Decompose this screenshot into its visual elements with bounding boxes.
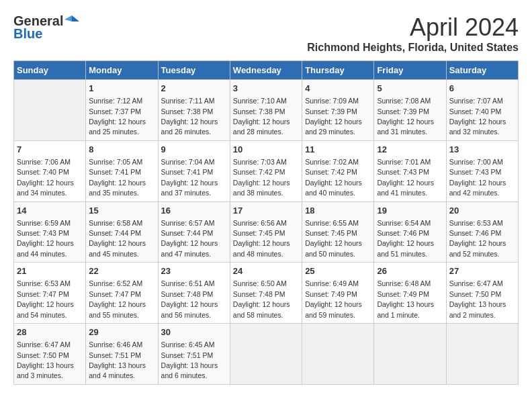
day-number: 1: [89, 83, 154, 95]
day-number: 27: [449, 265, 515, 277]
day-number: 25: [305, 265, 371, 277]
day-number: 11: [305, 144, 371, 156]
weekday-header-thursday: Thursday: [302, 61, 374, 80]
day-info: Sunrise: 7:02 AM Sunset: 7:42 PM Dayligh…: [305, 158, 362, 197]
week-row-5: 28Sunrise: 6:47 AM Sunset: 7:50 PM Dayli…: [14, 324, 519, 385]
svg-marker-1: [64, 15, 72, 21]
week-row-4: 21Sunrise: 6:53 AM Sunset: 7:47 PM Dayli…: [14, 263, 519, 324]
day-number: 13: [449, 144, 515, 156]
calendar-cell: 4Sunrise: 7:09 AM Sunset: 7:39 PM Daylig…: [302, 80, 374, 141]
day-number: 30: [161, 326, 227, 338]
calendar-cell: 2Sunrise: 7:11 AM Sunset: 7:38 PM Daylig…: [158, 80, 230, 141]
day-info: Sunrise: 6:54 AM Sunset: 7:46 PM Dayligh…: [377, 219, 434, 258]
day-info: Sunrise: 6:50 AM Sunset: 7:48 PM Dayligh…: [233, 279, 290, 318]
day-info: Sunrise: 6:53 AM Sunset: 7:46 PM Dayligh…: [449, 219, 506, 258]
day-info: Sunrise: 6:47 AM Sunset: 7:50 PM Dayligh…: [449, 279, 506, 318]
day-info: Sunrise: 7:00 AM Sunset: 7:43 PM Dayligh…: [449, 158, 506, 197]
calendar-cell: 28Sunrise: 6:47 AM Sunset: 7:50 PM Dayli…: [14, 324, 86, 385]
day-info: Sunrise: 7:12 AM Sunset: 7:37 PM Dayligh…: [89, 97, 146, 136]
weekday-header-friday: Friday: [374, 61, 446, 80]
svg-marker-0: [72, 15, 79, 21]
day-info: Sunrise: 7:09 AM Sunset: 7:39 PM Dayligh…: [305, 97, 362, 136]
day-info: Sunrise: 6:59 AM Sunset: 7:43 PM Dayligh…: [17, 219, 74, 258]
day-info: Sunrise: 7:05 AM Sunset: 7:41 PM Dayligh…: [89, 158, 146, 197]
calendar-cell: 20Sunrise: 6:53 AM Sunset: 7:46 PM Dayli…: [446, 201, 518, 263]
day-info: Sunrise: 7:07 AM Sunset: 7:40 PM Dayligh…: [449, 97, 506, 136]
day-number: 14: [17, 205, 83, 217]
day-number: 18: [305, 205, 371, 217]
day-number: 17: [233, 205, 299, 217]
day-number: 10: [233, 144, 299, 156]
day-info: Sunrise: 7:01 AM Sunset: 7:43 PM Dayligh…: [377, 158, 434, 197]
weekday-header-tuesday: Tuesday: [158, 61, 230, 80]
calendar-cell: 22Sunrise: 6:52 AM Sunset: 7:47 PM Dayli…: [86, 263, 158, 324]
day-number: 23: [161, 265, 227, 277]
week-row-2: 7Sunrise: 7:06 AM Sunset: 7:40 PM Daylig…: [14, 140, 519, 201]
calendar-cell: 8Sunrise: 7:05 AM Sunset: 7:41 PM Daylig…: [86, 140, 158, 201]
calendar-cell: 5Sunrise: 7:08 AM Sunset: 7:39 PM Daylig…: [374, 80, 446, 141]
calendar-cell: [446, 324, 518, 385]
logo: General Blue: [13, 13, 79, 42]
day-number: 22: [89, 265, 154, 277]
day-number: 24: [233, 265, 299, 277]
calendar-cell: 29Sunrise: 6:46 AM Sunset: 7:51 PM Dayli…: [86, 324, 158, 385]
day-info: Sunrise: 6:53 AM Sunset: 7:47 PM Dayligh…: [17, 279, 74, 318]
calendar-table: SundayMondayTuesdayWednesdayThursdayFrid…: [13, 60, 519, 385]
day-number: 6: [449, 83, 515, 95]
calendar-cell: 10Sunrise: 7:03 AM Sunset: 7:42 PM Dayli…: [230, 140, 302, 201]
calendar-cell: 15Sunrise: 6:58 AM Sunset: 7:44 PM Dayli…: [86, 201, 158, 263]
day-info: Sunrise: 7:06 AM Sunset: 7:40 PM Dayligh…: [17, 158, 74, 197]
weekday-header-wednesday: Wednesday: [230, 61, 302, 80]
day-number: 2: [161, 83, 227, 95]
logo-bird-icon: [64, 14, 79, 29]
title-area: April 2024 Richmond Heights, Florida, Un…: [307, 13, 519, 54]
calendar-cell: 12Sunrise: 7:01 AM Sunset: 7:43 PM Dayli…: [374, 140, 446, 201]
day-info: Sunrise: 7:11 AM Sunset: 7:38 PM Dayligh…: [161, 97, 218, 136]
week-row-1: 1Sunrise: 7:12 AM Sunset: 7:37 PM Daylig…: [14, 80, 519, 141]
calendar-cell: 11Sunrise: 7:02 AM Sunset: 7:42 PM Dayli…: [302, 140, 374, 201]
day-number: 26: [377, 265, 443, 277]
weekday-header-monday: Monday: [86, 61, 158, 80]
weekday-header-saturday: Saturday: [446, 61, 518, 80]
day-info: Sunrise: 7:08 AM Sunset: 7:39 PM Dayligh…: [377, 97, 434, 136]
day-info: Sunrise: 6:49 AM Sunset: 7:49 PM Dayligh…: [305, 279, 362, 318]
day-number: 3: [233, 83, 299, 95]
calendar-cell: 24Sunrise: 6:50 AM Sunset: 7:48 PM Dayli…: [230, 263, 302, 324]
calendar-cell: 21Sunrise: 6:53 AM Sunset: 7:47 PM Dayli…: [14, 263, 86, 324]
weekday-header-row: SundayMondayTuesdayWednesdayThursdayFrid…: [14, 61, 519, 80]
week-row-3: 14Sunrise: 6:59 AM Sunset: 7:43 PM Dayli…: [14, 201, 519, 263]
calendar-cell: 7Sunrise: 7:06 AM Sunset: 7:40 PM Daylig…: [14, 140, 86, 201]
day-info: Sunrise: 6:52 AM Sunset: 7:47 PM Dayligh…: [89, 279, 146, 318]
day-info: Sunrise: 7:03 AM Sunset: 7:42 PM Dayligh…: [233, 158, 290, 197]
calendar-cell: 23Sunrise: 6:51 AM Sunset: 7:48 PM Dayli…: [158, 263, 230, 324]
day-info: Sunrise: 7:04 AM Sunset: 7:41 PM Dayligh…: [161, 158, 218, 197]
calendar-cell: 17Sunrise: 6:56 AM Sunset: 7:45 PM Dayli…: [230, 201, 302, 263]
day-info: Sunrise: 6:56 AM Sunset: 7:45 PM Dayligh…: [233, 219, 290, 258]
weekday-header-sunday: Sunday: [14, 61, 86, 80]
day-info: Sunrise: 7:10 AM Sunset: 7:38 PM Dayligh…: [233, 97, 290, 136]
day-number: 21: [17, 265, 83, 277]
calendar-cell: 1Sunrise: 7:12 AM Sunset: 7:37 PM Daylig…: [86, 80, 158, 141]
calendar-cell: 18Sunrise: 6:55 AM Sunset: 7:45 PM Dayli…: [302, 201, 374, 263]
day-info: Sunrise: 6:57 AM Sunset: 7:44 PM Dayligh…: [161, 219, 218, 258]
calendar-cell: [230, 324, 302, 385]
calendar-cell: 19Sunrise: 6:54 AM Sunset: 7:46 PM Dayli…: [374, 201, 446, 263]
day-number: 12: [377, 144, 443, 156]
day-number: 8: [89, 144, 154, 156]
calendar-cell: 14Sunrise: 6:59 AM Sunset: 7:43 PM Dayli…: [14, 201, 86, 263]
main-title: April 2024: [307, 13, 519, 42]
day-number: 15: [89, 205, 154, 217]
calendar-cell: 9Sunrise: 7:04 AM Sunset: 7:41 PM Daylig…: [158, 140, 230, 201]
calendar-cell: 13Sunrise: 7:00 AM Sunset: 7:43 PM Dayli…: [446, 140, 518, 201]
day-number: 29: [89, 326, 154, 338]
day-number: 7: [17, 144, 83, 156]
logo-blue: Blue: [13, 26, 42, 42]
calendar-cell: 3Sunrise: 7:10 AM Sunset: 7:38 PM Daylig…: [230, 80, 302, 141]
day-info: Sunrise: 6:45 AM Sunset: 7:51 PM Dayligh…: [161, 340, 218, 379]
day-number: 20: [449, 205, 515, 217]
day-number: 4: [305, 83, 371, 95]
calendar-cell: [374, 324, 446, 385]
calendar-cell: 6Sunrise: 7:07 AM Sunset: 7:40 PM Daylig…: [446, 80, 518, 141]
calendar-cell: 26Sunrise: 6:48 AM Sunset: 7:49 PM Dayli…: [374, 263, 446, 324]
day-number: 19: [377, 205, 443, 217]
